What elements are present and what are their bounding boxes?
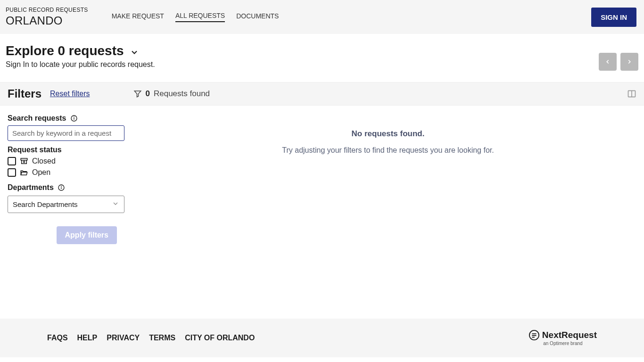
brand-top-label: PUBLIC RECORD REQUESTS [6,7,88,13]
footer-links: FAQS HELP PRIVACY TERMS CITY OF ORLANDO [47,334,255,342]
svg-rect-14 [532,337,535,338]
info-icon[interactable] [70,115,78,122]
info-icon[interactable] [58,184,65,191]
svg-point-5 [74,117,74,117]
prev-page-button[interactable] [599,53,617,71]
status-open-row: Open [8,168,124,177]
page-title: Explore 0 requests [6,43,124,58]
apply-filters-button[interactable]: Apply filters [57,226,117,244]
nextrequest-logo: NextRequest [529,330,597,340]
svg-point-10 [61,186,61,187]
chevron-down-icon [112,200,119,209]
signin-button[interactable]: SIGN IN [591,8,636,27]
brand-name: ORLANDO [6,14,88,27]
filters-bar: Filters Reset filters 0 Requests found [0,82,644,106]
open-label: Open [32,168,50,177]
count-number: 0 [146,89,150,99]
results-panel: No requests found. Try adjusting your fi… [132,106,644,253]
columns-icon[interactable] [627,89,636,99]
nav-documents[interactable]: DOCUMENTS [236,12,279,22]
page-subtitle: Sign In to locate your public records re… [6,60,599,69]
search-label: Search requests [8,114,66,123]
count-label: Requests found [154,89,210,99]
folder-open-icon [19,168,29,177]
footer: FAQS HELP PRIVACY TERMS CITY OF ORLANDO … [0,319,644,357]
status-closed-row: Closed [8,157,124,165]
chevron-down-icon[interactable] [130,48,139,57]
closed-label: Closed [32,157,56,165]
top-nav: MAKE REQUEST ALL REQUESTS DOCUMENTS [112,12,279,22]
reset-filters-link[interactable]: Reset filters [50,90,90,98]
footer-brand: NextRequest an Optimere brand [529,330,597,346]
filters-panel: Search requests Request status Closed Op… [0,106,132,253]
nextrequest-subtitle: an Optimere brand [543,341,582,346]
footer-help[interactable]: HELP [77,334,98,342]
filters-title: Filters [8,87,41,100]
archive-icon [19,157,29,165]
departments-placeholder: Search Departments [13,200,78,208]
footer-city[interactable]: CITY OF ORLANDO [185,334,255,342]
departments-select[interactable]: Search Departments [8,196,124,213]
footer-privacy[interactable]: PRIVACY [107,334,140,342]
svg-rect-6 [21,158,27,160]
open-checkbox[interactable] [8,168,16,177]
no-results-subtitle: Try adjusting your filters to find the r… [141,146,635,155]
nav-make-request[interactable]: MAKE REQUEST [112,12,164,22]
no-results-title: No requests found. [141,129,635,139]
header-bar: PUBLIC RECORD REQUESTS ORLANDO MAKE REQU… [0,0,644,34]
requests-count: 0 Requests found [133,89,210,99]
pager [599,53,638,71]
footer-terms[interactable]: TERMS [149,334,175,342]
svg-marker-0 [134,91,141,97]
next-page-button[interactable] [620,53,638,71]
page-title-section: Explore 0 requests Sign In to locate you… [0,34,644,82]
main-content: Search requests Request status Closed Op… [0,106,644,253]
footer-faqs[interactable]: FAQS [47,334,68,342]
brand: PUBLIC RECORD REQUESTS ORLANDO [6,7,88,27]
nav-all-requests[interactable]: ALL REQUESTS [175,12,225,22]
search-input[interactable] [8,125,124,141]
filter-icon [133,90,142,98]
svg-rect-13 [532,335,536,336]
status-label: Request status [8,146,124,154]
closed-checkbox[interactable] [8,157,16,165]
svg-rect-12 [532,333,536,334]
nextrequest-label: NextRequest [542,330,597,340]
departments-label: Departments [8,183,54,192]
